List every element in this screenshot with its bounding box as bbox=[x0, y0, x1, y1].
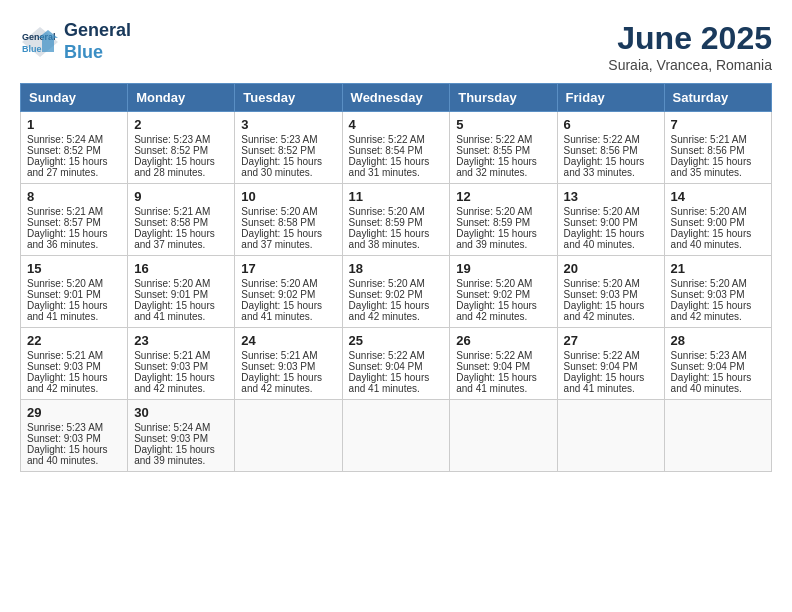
sunset-text: Sunset: 9:03 PM bbox=[134, 361, 208, 372]
location: Suraia, Vrancea, Romania bbox=[608, 57, 772, 73]
calendar-cell: 12 Sunrise: 5:20 AM Sunset: 8:59 PM Dayl… bbox=[450, 184, 557, 256]
day-number: 10 bbox=[241, 189, 335, 204]
daylight-text: Daylight: 15 hours and 42 minutes. bbox=[456, 300, 537, 322]
calendar-week-row: 8 Sunrise: 5:21 AM Sunset: 8:57 PM Dayli… bbox=[21, 184, 772, 256]
daylight-text: Daylight: 15 hours and 40 minutes. bbox=[27, 444, 108, 466]
calendar-cell bbox=[342, 400, 450, 472]
sunrise-text: Sunrise: 5:20 AM bbox=[456, 278, 532, 289]
daylight-text: Daylight: 15 hours and 41 minutes. bbox=[349, 372, 430, 394]
daylight-text: Daylight: 15 hours and 42 minutes. bbox=[241, 372, 322, 394]
sunset-text: Sunset: 8:54 PM bbox=[349, 145, 423, 156]
day-number: 20 bbox=[564, 261, 658, 276]
col-tuesday: Tuesday bbox=[235, 84, 342, 112]
sunset-text: Sunset: 8:59 PM bbox=[349, 217, 423, 228]
day-number: 13 bbox=[564, 189, 658, 204]
sunrise-text: Sunrise: 5:22 AM bbox=[349, 350, 425, 361]
daylight-text: Daylight: 15 hours and 42 minutes. bbox=[564, 300, 645, 322]
sunrise-text: Sunrise: 5:21 AM bbox=[134, 206, 210, 217]
daylight-text: Daylight: 15 hours and 41 minutes. bbox=[27, 300, 108, 322]
sunset-text: Sunset: 9:03 PM bbox=[241, 361, 315, 372]
daylight-text: Daylight: 15 hours and 41 minutes. bbox=[564, 372, 645, 394]
calendar-week-row: 22 Sunrise: 5:21 AM Sunset: 9:03 PM Dayl… bbox=[21, 328, 772, 400]
day-number: 24 bbox=[241, 333, 335, 348]
day-number: 26 bbox=[456, 333, 550, 348]
sunset-text: Sunset: 8:55 PM bbox=[456, 145, 530, 156]
calendar-cell bbox=[235, 400, 342, 472]
sunrise-text: Sunrise: 5:22 AM bbox=[456, 134, 532, 145]
daylight-text: Daylight: 15 hours and 42 minutes. bbox=[27, 372, 108, 394]
logo: General Blue General Blue bbox=[20, 20, 131, 63]
sunrise-text: Sunrise: 5:20 AM bbox=[241, 278, 317, 289]
sunset-text: Sunset: 8:52 PM bbox=[134, 145, 208, 156]
calendar-cell bbox=[664, 400, 771, 472]
calendar-cell: 20 Sunrise: 5:20 AM Sunset: 9:03 PM Dayl… bbox=[557, 256, 664, 328]
day-number: 27 bbox=[564, 333, 658, 348]
logo-line2: Blue bbox=[64, 42, 103, 62]
day-number: 16 bbox=[134, 261, 228, 276]
daylight-text: Daylight: 15 hours and 31 minutes. bbox=[349, 156, 430, 178]
calendar-cell: 8 Sunrise: 5:21 AM Sunset: 8:57 PM Dayli… bbox=[21, 184, 128, 256]
sunrise-text: Sunrise: 5:20 AM bbox=[27, 278, 103, 289]
day-number: 1 bbox=[27, 117, 121, 132]
daylight-text: Daylight: 15 hours and 27 minutes. bbox=[27, 156, 108, 178]
sunrise-text: Sunrise: 5:23 AM bbox=[671, 350, 747, 361]
calendar: Sunday Monday Tuesday Wednesday Thursday… bbox=[20, 83, 772, 472]
calendar-cell: 24 Sunrise: 5:21 AM Sunset: 9:03 PM Dayl… bbox=[235, 328, 342, 400]
sunset-text: Sunset: 8:52 PM bbox=[27, 145, 101, 156]
sunset-text: Sunset: 9:03 PM bbox=[27, 433, 101, 444]
calendar-cell: 25 Sunrise: 5:22 AM Sunset: 9:04 PM Dayl… bbox=[342, 328, 450, 400]
day-number: 11 bbox=[349, 189, 444, 204]
sunset-text: Sunset: 9:03 PM bbox=[564, 289, 638, 300]
daylight-text: Daylight: 15 hours and 37 minutes. bbox=[241, 228, 322, 250]
sunrise-text: Sunrise: 5:23 AM bbox=[241, 134, 317, 145]
calendar-cell: 22 Sunrise: 5:21 AM Sunset: 9:03 PM Dayl… bbox=[21, 328, 128, 400]
calendar-cell: 13 Sunrise: 5:20 AM Sunset: 9:00 PM Dayl… bbox=[557, 184, 664, 256]
daylight-text: Daylight: 15 hours and 41 minutes. bbox=[456, 372, 537, 394]
calendar-cell: 30 Sunrise: 5:24 AM Sunset: 9:03 PM Dayl… bbox=[128, 400, 235, 472]
sunset-text: Sunset: 9:03 PM bbox=[27, 361, 101, 372]
sunrise-text: Sunrise: 5:21 AM bbox=[241, 350, 317, 361]
calendar-cell: 11 Sunrise: 5:20 AM Sunset: 8:59 PM Dayl… bbox=[342, 184, 450, 256]
sunset-text: Sunset: 9:00 PM bbox=[564, 217, 638, 228]
col-monday: Monday bbox=[128, 84, 235, 112]
logo-icon: General Blue bbox=[20, 22, 60, 62]
sunset-text: Sunset: 9:01 PM bbox=[27, 289, 101, 300]
day-number: 7 bbox=[671, 117, 765, 132]
sunrise-text: Sunrise: 5:20 AM bbox=[564, 278, 640, 289]
sunrise-text: Sunrise: 5:22 AM bbox=[456, 350, 532, 361]
daylight-text: Daylight: 15 hours and 39 minutes. bbox=[456, 228, 537, 250]
col-thursday: Thursday bbox=[450, 84, 557, 112]
day-number: 17 bbox=[241, 261, 335, 276]
day-number: 6 bbox=[564, 117, 658, 132]
daylight-text: Daylight: 15 hours and 40 minutes. bbox=[671, 228, 752, 250]
calendar-cell: 14 Sunrise: 5:20 AM Sunset: 9:00 PM Dayl… bbox=[664, 184, 771, 256]
calendar-cell: 1 Sunrise: 5:24 AM Sunset: 8:52 PM Dayli… bbox=[21, 112, 128, 184]
day-number: 8 bbox=[27, 189, 121, 204]
sunset-text: Sunset: 8:58 PM bbox=[241, 217, 315, 228]
calendar-cell: 4 Sunrise: 5:22 AM Sunset: 8:54 PM Dayli… bbox=[342, 112, 450, 184]
daylight-text: Daylight: 15 hours and 41 minutes. bbox=[241, 300, 322, 322]
day-number: 2 bbox=[134, 117, 228, 132]
sunset-text: Sunset: 9:04 PM bbox=[456, 361, 530, 372]
sunrise-text: Sunrise: 5:21 AM bbox=[27, 206, 103, 217]
sunset-text: Sunset: 8:59 PM bbox=[456, 217, 530, 228]
daylight-text: Daylight: 15 hours and 36 minutes. bbox=[27, 228, 108, 250]
col-sunday: Sunday bbox=[21, 84, 128, 112]
daylight-text: Daylight: 15 hours and 42 minutes. bbox=[134, 372, 215, 394]
daylight-text: Daylight: 15 hours and 33 minutes. bbox=[564, 156, 645, 178]
daylight-text: Daylight: 15 hours and 42 minutes. bbox=[349, 300, 430, 322]
sunrise-text: Sunrise: 5:24 AM bbox=[134, 422, 210, 433]
sunset-text: Sunset: 9:01 PM bbox=[134, 289, 208, 300]
calendar-cell bbox=[557, 400, 664, 472]
day-number: 4 bbox=[349, 117, 444, 132]
day-number: 19 bbox=[456, 261, 550, 276]
sunset-text: Sunset: 8:52 PM bbox=[241, 145, 315, 156]
day-number: 12 bbox=[456, 189, 550, 204]
sunrise-text: Sunrise: 5:23 AM bbox=[27, 422, 103, 433]
calendar-week-row: 1 Sunrise: 5:24 AM Sunset: 8:52 PM Dayli… bbox=[21, 112, 772, 184]
sunset-text: Sunset: 8:58 PM bbox=[134, 217, 208, 228]
sunset-text: Sunset: 9:04 PM bbox=[349, 361, 423, 372]
day-number: 25 bbox=[349, 333, 444, 348]
sunrise-text: Sunrise: 5:22 AM bbox=[564, 350, 640, 361]
calendar-cell: 2 Sunrise: 5:23 AM Sunset: 8:52 PM Dayli… bbox=[128, 112, 235, 184]
